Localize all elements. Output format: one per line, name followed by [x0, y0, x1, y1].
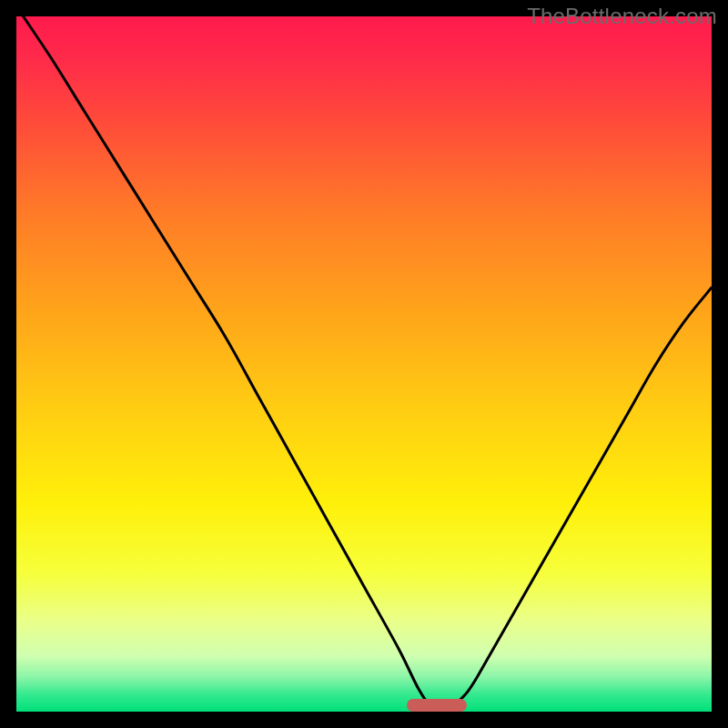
watermark-text: TheBottleneck.com [527, 4, 717, 29]
optimum-marker [407, 699, 467, 712]
plot-area [16, 16, 712, 712]
chart-frame: TheBottleneck.com [0, 0, 728, 728]
bottleneck-curve [16, 16, 712, 712]
